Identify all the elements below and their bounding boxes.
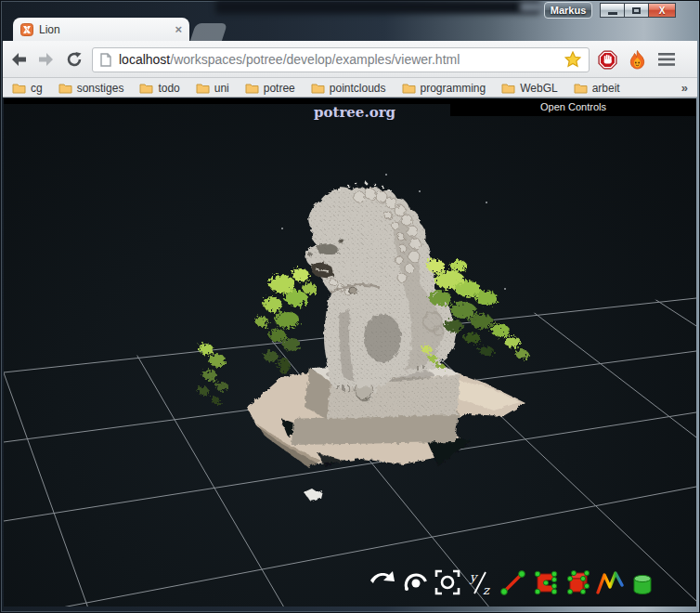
xampp-favicon-icon [20, 23, 33, 36]
back-arrow-icon [10, 52, 27, 67]
height-profile-tool[interactable] [596, 568, 624, 596]
folder-icon [58, 83, 72, 94]
viewer-canvas[interactable] [4, 98, 696, 606]
reload-button[interactable] [62, 47, 86, 72]
bookmark-folder-potree[interactable]: potree [245, 82, 295, 95]
bookmark-folder-pointclouds[interactable]: pointclouds [311, 82, 386, 95]
open-controls-button[interactable]: Open Controls [450, 98, 696, 116]
orbit-arrow-tool[interactable] [369, 568, 396, 596]
eye-orbit-tool[interactable] [401, 568, 429, 596]
background-window-blur [215, 0, 540, 14]
tab-lion[interactable]: Lion × [13, 18, 189, 41]
forward-button[interactable] [34, 47, 58, 72]
measure-volume-tool[interactable] [564, 568, 591, 596]
folder-icon [402, 83, 416, 94]
bookmark-label: WebGL [520, 82, 557, 95]
reload-icon [66, 51, 83, 68]
folder-icon [574, 83, 588, 94]
menu-button[interactable] [655, 47, 679, 72]
bookmark-folder-uni[interactable]: uni [196, 82, 229, 95]
flame-extension-button[interactable] [625, 47, 649, 72]
browser-toolbar: localhost/workspaces/potree/develop/exam… [3, 41, 697, 78]
adblock-extension-button[interactable] [595, 47, 619, 72]
measure-distance-tool[interactable] [499, 568, 526, 596]
tab-close-icon[interactable]: × [175, 23, 182, 35]
close-button[interactable]: X [648, 3, 676, 18]
bookmark-label: sonstiges [77, 82, 124, 95]
bookmark-folder-webgl[interactable]: WebGL [501, 82, 557, 95]
bookmark-folder-arbeit[interactable]: arbeit [574, 82, 620, 95]
url-path: /workspaces/potree/develop/examples/view… [170, 52, 460, 67]
url-text[interactable]: localhost/workspaces/potree/develop/exam… [119, 52, 564, 67]
zoom-to-extent-tool[interactable] [434, 568, 461, 596]
page-viewport: Open Controls potree.org y [4, 98, 696, 606]
folder-icon [311, 83, 325, 94]
maximize-icon [632, 7, 641, 14]
browser-window: Markus X Lion × [0, 0, 700, 613]
minimize-button[interactable] [600, 3, 625, 18]
bookmarks-overflow-chevron[interactable]: » [681, 81, 688, 95]
flame-icon [629, 50, 646, 70]
minimize-icon [608, 12, 617, 15]
hamburger-menu-icon [658, 53, 675, 66]
axis-z-label: z [483, 583, 490, 596]
toggle-up-axis-tool[interactable]: y z [466, 568, 494, 596]
bookmark-folder-sonstiges[interactable]: sonstiges [58, 82, 124, 95]
white-point-blob [304, 489, 322, 501]
measure-area-tool[interactable] [531, 568, 559, 596]
folder-icon [501, 83, 515, 94]
bookmark-label: uni [214, 82, 229, 95]
address-bar[interactable]: localhost/workspaces/potree/develop/exam… [92, 47, 590, 72]
adblock-stop-hand-icon [598, 50, 617, 70]
clip-volume-tool[interactable] [629, 568, 656, 596]
url-host: localhost [119, 52, 170, 67]
bookmark-folder-todo[interactable]: todo [139, 82, 179, 95]
forward-arrow-icon [38, 52, 55, 67]
folder-icon [245, 83, 259, 94]
potree-toolbar: y z [369, 568, 656, 596]
bookmark-label: pointclouds [330, 82, 386, 95]
bookmark-star-icon[interactable] [564, 51, 581, 68]
bookmarks-bar: cg sonstiges todo uni potree pointclouds… [3, 78, 697, 98]
axis-y-label: y [469, 570, 478, 584]
bookmark-label: potree [264, 82, 295, 95]
bookmark-label: programming [421, 82, 486, 95]
maximize-button[interactable] [624, 3, 649, 18]
bookmark-label: cg [31, 82, 43, 95]
bush-left-small [198, 344, 228, 404]
bush-left [255, 268, 318, 374]
potree-org-link[interactable]: potree.org [314, 104, 395, 121]
bookmark-folder-cg[interactable]: cg [12, 82, 43, 95]
bookmark-folder-programming[interactable]: programming [402, 82, 486, 95]
folder-icon [196, 83, 210, 94]
folder-icon [12, 83, 26, 94]
page-icon [100, 53, 111, 67]
bookmark-label: todo [158, 82, 179, 95]
bookmark-label: arbeit [592, 82, 620, 95]
profile-button[interactable]: Markus [544, 2, 592, 19]
new-tab-button[interactable] [190, 23, 227, 41]
folder-icon [139, 83, 153, 94]
back-button[interactable] [6, 47, 31, 72]
tab-title: Lion [39, 23, 175, 36]
